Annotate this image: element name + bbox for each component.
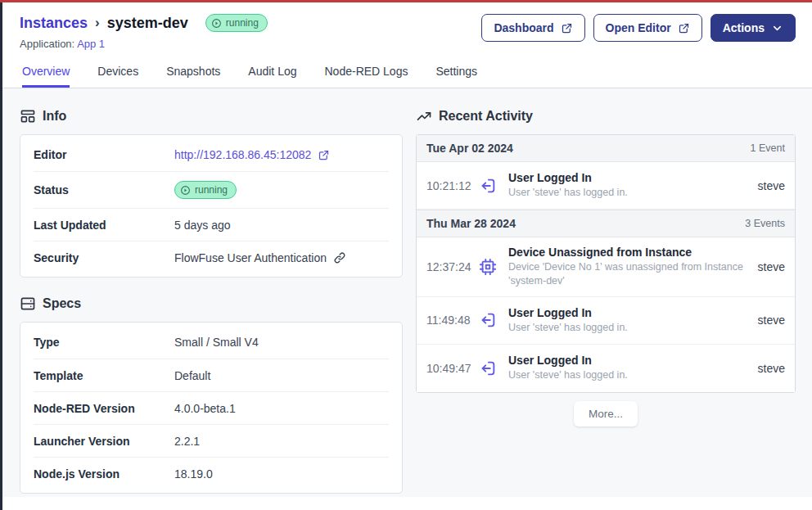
tab-settings[interactable]: Settings xyxy=(435,65,477,88)
dashboard-button-label: Dashboard xyxy=(494,21,553,34)
tab-bar: Overview Devices Snapshots Audit Log Nod… xyxy=(20,65,796,88)
activity-group: Tue Apr 02 2024 1 Event 10:21:12 User Lo… xyxy=(417,135,795,210)
specs-row-type: Type Small / Small V4 xyxy=(34,326,389,359)
info-row-status: Status running xyxy=(34,171,389,208)
breadcrumb: Instances › system-dev running xyxy=(20,14,268,32)
application-line: Application: App 1 xyxy=(20,38,268,50)
event-time: 10:21:12 xyxy=(426,179,479,192)
trending-up-icon xyxy=(416,108,432,124)
event-title: Device Unassigned from Instance xyxy=(508,246,750,259)
event-user: steve xyxy=(758,179,785,192)
info-row-label: Last Updated xyxy=(34,219,174,232)
group-event-count: 1 Event xyxy=(751,142,785,154)
specs-row-label: Node-RED Version xyxy=(34,402,174,415)
info-row-last-updated: Last Updated 5 days ago xyxy=(34,208,389,241)
activity-card: Tue Apr 02 2024 1 Event 10:21:12 User Lo… xyxy=(416,134,796,393)
activity-event-row: 10:21:12 User Logged In User 'steve' has… xyxy=(417,162,795,210)
specs-row-label: Launcher Version xyxy=(34,435,174,448)
page-title: system-dev xyxy=(107,15,188,32)
event-title: User Logged In xyxy=(508,171,750,184)
template-icon xyxy=(20,108,36,124)
nav-rail-edge xyxy=(0,2,2,510)
specs-row-node-red-version: Node-RED Version 4.0.0-beta.1 xyxy=(34,391,389,424)
external-link-icon xyxy=(678,22,690,34)
event-description: User 'steve' has logged in. xyxy=(508,368,750,382)
group-date: Tue Apr 02 2024 xyxy=(426,142,513,155)
event-time: 11:49:48 xyxy=(426,314,479,327)
specs-row-nodejs-version: Node.js Version 18.19.0 xyxy=(34,457,389,490)
event-title: User Logged In xyxy=(508,306,750,319)
chevron-down-icon xyxy=(771,22,783,34)
activity-event-row: 12:37:24 Device Unassigned from Instance… xyxy=(417,237,795,297)
event-description: User 'steve' has logged in. xyxy=(508,321,750,335)
open-editor-button-label: Open Editor xyxy=(606,21,671,34)
tab-audit-log[interactable]: Audit Log xyxy=(248,65,296,88)
application-label: Application: xyxy=(20,38,74,50)
external-link-icon xyxy=(318,149,330,161)
status-badge-label: running xyxy=(195,184,228,196)
recent-activity-heading: Recent Activity xyxy=(416,108,796,124)
event-title: User Logged In xyxy=(508,354,750,367)
info-row-security: Security FlowFuse User Authentication xyxy=(34,241,389,273)
tab-overview[interactable]: Overview xyxy=(22,65,70,88)
status-badge-label: running xyxy=(226,17,259,29)
specs-row-value: Default xyxy=(174,369,210,382)
chip-icon xyxy=(479,258,497,276)
info-row-editor: Editor http://192.168.86.45:12082 xyxy=(34,138,389,171)
open-editor-button[interactable]: Open Editor xyxy=(593,14,702,42)
specs-row-value: 4.0.0-beta.1 xyxy=(174,402,236,415)
specs-row-value: 2.2.1 xyxy=(174,435,200,448)
activity-group-header: Thu Mar 28 2024 3 Events xyxy=(417,210,795,237)
specs-row-template: Template Default xyxy=(34,359,389,391)
specs-row-label: Type xyxy=(34,336,174,349)
specs-row-label: Node.js Version xyxy=(34,467,174,481)
play-circle-icon xyxy=(180,185,191,196)
login-icon xyxy=(479,177,497,195)
tab-devices[interactable]: Devices xyxy=(97,65,138,88)
last-updated-value: 5 days ago xyxy=(174,219,231,232)
actions-button[interactable]: Actions xyxy=(710,14,796,42)
editor-url-link[interactable]: http://192.168.86.45:12082 xyxy=(174,148,330,161)
activity-event-row: 10:49:47 User Logged In User 'steve' has… xyxy=(417,345,795,392)
event-description: Device 'Device No 1' was unassigned from… xyxy=(508,260,750,288)
play-circle-icon xyxy=(211,18,222,29)
tab-snapshots[interactable]: Snapshots xyxy=(166,65,220,88)
event-time: 12:37:24 xyxy=(426,260,479,273)
activity-group-header: Tue Apr 02 2024 1 Event xyxy=(417,135,795,162)
event-user: steve xyxy=(758,260,785,273)
chevron-right-icon: › xyxy=(95,15,100,31)
server-icon xyxy=(20,296,36,312)
actions-button-label: Actions xyxy=(723,21,765,34)
info-row-label: Security xyxy=(34,251,174,264)
specs-section-heading: Specs xyxy=(20,296,403,312)
event-user: steve xyxy=(758,314,785,327)
activity-event-row: 11:49:48 User Logged In User 'steve' has… xyxy=(417,297,795,345)
info-row-label: Status xyxy=(34,183,174,196)
editor-url: http://192.168.86.45:12082 xyxy=(174,148,311,161)
link-icon[interactable] xyxy=(333,251,346,264)
login-icon xyxy=(479,359,497,377)
more-button[interactable]: More... xyxy=(574,401,638,427)
header-buttons: Dashboard Open Editor Actions xyxy=(481,14,796,42)
security-value: FlowFuse User Authentication xyxy=(174,251,327,264)
info-row-label: Editor xyxy=(34,148,174,161)
window-top-edge xyxy=(0,0,812,2)
dashboard-button[interactable]: Dashboard xyxy=(481,14,584,42)
info-section-heading: Info xyxy=(20,108,403,124)
page-header: Instances › system-dev running Applicati… xyxy=(0,0,812,88)
specs-row-value: Small / Small V4 xyxy=(174,336,259,349)
info-section-title: Info xyxy=(43,109,66,124)
application-link[interactable]: App 1 xyxy=(77,38,105,50)
info-card: Editor http://192.168.86.45:12082 Status… xyxy=(20,134,403,278)
specs-section-title: Specs xyxy=(43,296,81,311)
group-date: Thu Mar 28 2024 xyxy=(426,217,516,230)
status-badge: running xyxy=(174,181,237,199)
specs-card: Type Small / Small V4 Template Default N… xyxy=(20,322,403,494)
event-user: steve xyxy=(758,362,785,375)
tab-node-red-logs[interactable]: Node-RED Logs xyxy=(325,65,408,88)
breadcrumb-instances-link[interactable]: Instances xyxy=(20,15,88,32)
specs-row-launcher-version: Launcher Version 2.2.1 xyxy=(34,424,389,457)
specs-row-label: Template xyxy=(34,369,174,382)
activity-group: Thu Mar 28 2024 3 Events 12:37:24 Device… xyxy=(417,210,795,392)
recent-activity-title: Recent Activity xyxy=(439,109,533,124)
